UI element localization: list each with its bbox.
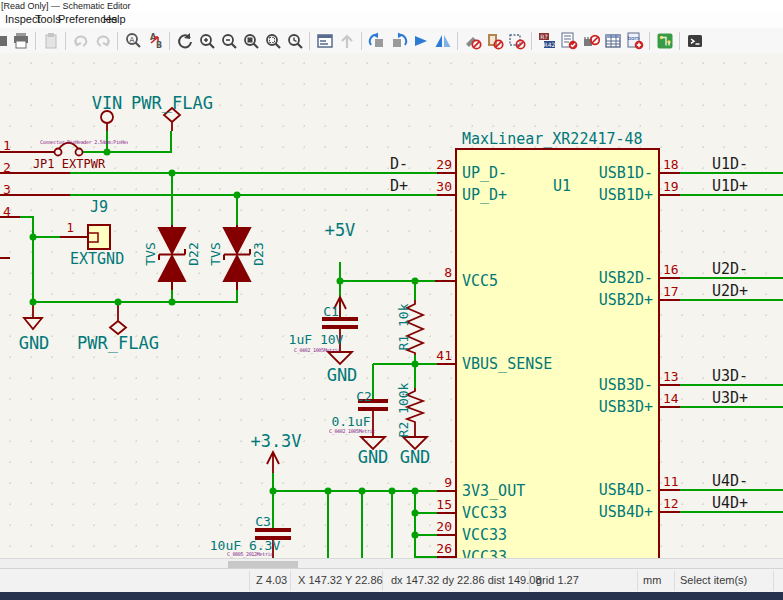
u1-pin-name[interactable]: VCC5 [462, 274, 498, 289]
plus3v3-power-symbol[interactable] [267, 452, 279, 473]
connector-pin1-number[interactable]: 1 [3, 139, 11, 152]
zoom-selection-icon[interactable] [262, 30, 283, 52]
hierarchy-navigator-icon[interactable] [314, 30, 335, 52]
zoom-fit-icon[interactable] [240, 30, 261, 52]
r1-label[interactable]: R1 10k [397, 304, 410, 351]
c1-value-label[interactable]: 1uF 10V [289, 333, 344, 346]
d22-tvs-diode-symbol[interactable] [159, 225, 185, 290]
edit-symbol-fields-icon[interactable] [506, 30, 527, 52]
r2-label[interactable]: R2 100k [397, 383, 410, 438]
net-label[interactable]: U2D+ [712, 284, 748, 299]
u1-pin-number[interactable]: 19 [663, 180, 679, 193]
net-label[interactable]: U4D+ [712, 496, 748, 511]
net-label[interactable]: U2D- [712, 262, 748, 277]
u1-pin-number[interactable]: 16 [663, 263, 679, 276]
u1-pin-name[interactable]: VBUS_SENSE [462, 357, 552, 372]
plot-partial-icon[interactable] [0, 30, 9, 52]
pwr-flag-bottom-symbol[interactable] [110, 302, 126, 334]
gnd-symbol-left[interactable] [24, 302, 42, 329]
assign-footprints-icon[interactable] [580, 30, 601, 52]
connector-pin3-number[interactable]: 3 [3, 183, 11, 196]
u1-pin-name[interactable]: USB4D+ [599, 505, 653, 520]
u1-reference-label[interactable]: U1 [553, 179, 571, 194]
u1-pin-name[interactable]: USB2D+ [599, 293, 653, 308]
pwr-flag-bottom-label[interactable]: PWR_FLAG [77, 335, 159, 352]
c3-footprint-label[interactable]: C_0805_2012Metric [227, 552, 273, 557]
c3-reference-label[interactable]: C3 [255, 515, 271, 528]
vin-power-symbol[interactable] [101, 111, 113, 131]
menu-tools[interactable]: Tools [35, 13, 61, 25]
u1-pin-name[interactable]: VCC33 [462, 550, 507, 559]
u1-pin-name[interactable]: USB1D+ [599, 188, 653, 203]
browse-symbol-libraries-icon[interactable] [484, 30, 505, 52]
jp1-reference-label[interactable]: JP1 EXTPWR [33, 158, 105, 170]
d23-reference-label[interactable]: D23 [252, 242, 265, 265]
connector-pin2-number[interactable]: 2 [3, 161, 11, 174]
refresh-view-icon[interactable] [174, 30, 195, 52]
u1-pin-number[interactable]: 15 [436, 498, 452, 511]
u1-pin-number[interactable]: 9 [444, 476, 452, 489]
u1-pin-number[interactable]: 20 [436, 520, 452, 533]
d23-value-label[interactable]: TVS [209, 242, 222, 265]
u1-pin-name[interactable]: USB4D- [599, 483, 653, 498]
u1-pin-number[interactable]: 11 [663, 475, 679, 488]
symbol-fields-table-icon[interactable] [602, 30, 623, 52]
net-label[interactable]: U4D- [712, 474, 748, 489]
u1-pin-number[interactable]: 13 [663, 370, 679, 383]
d23-tvs-diode-symbol[interactable] [224, 225, 250, 290]
zoom-objects-icon[interactable] [284, 30, 305, 52]
horizontal-scrollbar-thumb[interactable] [228, 561, 298, 568]
rotate-ccw-icon[interactable] [366, 30, 387, 52]
u1-pin-name[interactable]: VCC33 [462, 506, 507, 521]
u1-pin-name[interactable]: USB1D- [599, 166, 653, 181]
j9-reference-label[interactable]: J9 [90, 200, 108, 215]
redo-icon[interactable] [92, 30, 113, 52]
net-label[interactable]: U1D+ [712, 179, 748, 194]
jp1-jumper-symbol[interactable] [55, 143, 83, 156]
net-label[interactable]: U1D- [712, 157, 748, 172]
edit-symbol-icon[interactable] [462, 30, 483, 52]
u1-pin-number[interactable]: 30 [436, 180, 452, 193]
net-label[interactable]: U3D+ [712, 391, 748, 406]
u1-pin-number[interactable]: 26 [436, 542, 452, 555]
run-erc-icon[interactable] [558, 30, 579, 52]
u1-pin-number[interactable]: 41 [436, 349, 452, 362]
zoom-in-icon[interactable] [196, 30, 217, 52]
d22-reference-label[interactable]: D22 [187, 242, 200, 265]
u1-pin-number[interactable]: 29 [436, 158, 452, 171]
generate-bom-icon[interactable]: bom [624, 30, 645, 52]
u1-pin-number[interactable]: 8 [444, 266, 452, 279]
u1-pin-number[interactable]: 18 [663, 158, 679, 171]
vin-label[interactable]: VIN [92, 95, 123, 112]
u1-pin-name[interactable]: 3V3_OUT [462, 484, 525, 499]
find-replace-icon[interactable]: AB [144, 30, 165, 52]
j9-connector-symbol[interactable] [88, 225, 110, 249]
u1-pin-name[interactable]: UP_D+ [462, 188, 507, 203]
c1-footprint-label[interactable]: C_0402_1005Metric [294, 348, 340, 353]
u1-pin-name[interactable]: USB3D- [599, 378, 653, 393]
gnd-left-label[interactable]: GND [19, 335, 50, 352]
net-label[interactable]: U3D- [712, 369, 748, 384]
annotate-icon[interactable]: R?R42 [536, 30, 557, 52]
scripting-console-icon[interactable] [684, 30, 705, 52]
schematic-canvas[interactable]: VIN PWR_FLAG 1 2 3 4 Connector_PinHeader… [0, 53, 783, 558]
jp1-footprint-label[interactable]: Connector_PinHeader_2.54mm:PinHeader_1x0… [40, 140, 128, 145]
print-icon[interactable] [10, 30, 31, 52]
u1-libname-label[interactable]: MaxLinear_XR22417-48 [462, 132, 643, 147]
rotate-cw-icon[interactable] [388, 30, 409, 52]
gnd-c2-label[interactable]: GND [358, 449, 389, 466]
leave-sheet-icon[interactable] [336, 30, 357, 52]
undo-icon[interactable] [70, 30, 91, 52]
net-label-d-plus[interactable]: D+ [390, 179, 408, 194]
c1-reference-label[interactable]: C1 [323, 305, 339, 318]
u1-pin-name[interactable]: USB3D+ [599, 400, 653, 415]
find-icon[interactable]: A [122, 30, 143, 52]
paste-icon[interactable] [40, 30, 61, 52]
mirror-vertical-icon[interactable] [410, 30, 431, 52]
open-pcb-editor-icon[interactable] [654, 30, 675, 52]
gnd-c1-label[interactable]: GND [327, 367, 358, 384]
c2-value-label[interactable]: 0.1uF [331, 415, 370, 428]
connector-pin4-number[interactable]: 4 [3, 205, 11, 218]
plus5v-label[interactable]: +5V [325, 222, 356, 239]
c2-reference-label[interactable]: C2 [356, 390, 372, 403]
